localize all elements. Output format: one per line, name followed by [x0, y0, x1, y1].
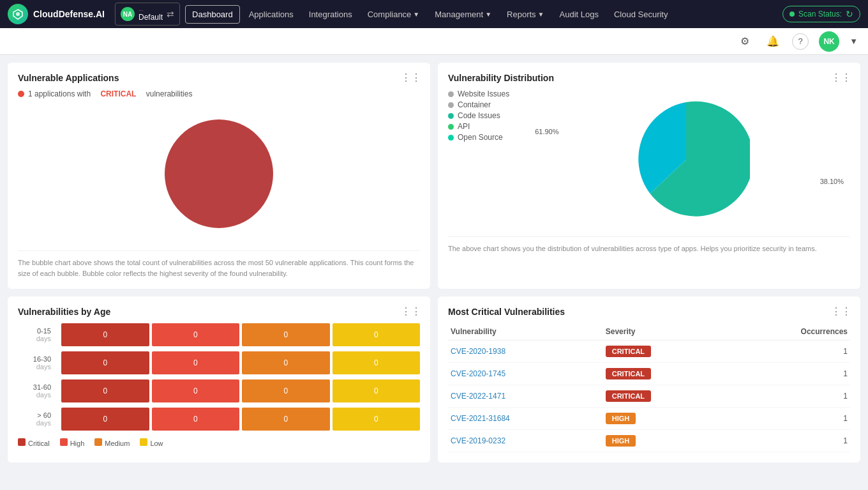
age-bars-16-30: 0 0 0 0: [61, 351, 420, 374]
col-vulnerability: Vulnerability: [448, 323, 603, 341]
legend-dot-api: [448, 124, 454, 130]
age-bar-low-3: 0: [333, 408, 421, 431]
legend-item-opensource: Open Source: [448, 133, 509, 142]
vuln-dist-footnote: The above chart shows you the distributi…: [448, 236, 850, 254]
col-severity: Severity: [603, 323, 725, 341]
severity-badge: CRITICAL: [606, 368, 651, 379]
cve-table: Vulnerability Severity Occurrences CVE-2…: [448, 323, 850, 452]
top-nav: CloudDefense.AI NA ... Default ⇄ Dashboa…: [0, 0, 868, 28]
severity-badge: CRITICAL: [606, 346, 651, 357]
age-label-31-60: 31-60days: [18, 383, 56, 399]
cve-link[interactable]: CVE-2020-1745: [451, 369, 505, 378]
table-row: CVE-2021-31684 HIGH 1: [448, 408, 850, 430]
help-icon[interactable]: ?: [792, 33, 809, 50]
vulnerable-apps-card: Vulnerable Applications ⋮⋮ 1 application…: [8, 63, 430, 289]
age-bar-low-2: 0: [333, 379, 421, 402]
refresh-icon[interactable]: ⇄: [167, 9, 174, 19]
user-dropdown-caret[interactable]: ▼: [849, 36, 858, 46]
nav-applications[interactable]: Applications: [243, 6, 300, 23]
age-legend-bottom: Critical High Medium Low: [18, 438, 420, 447]
occurrences-cell: 1: [725, 430, 850, 452]
vuln-bubble: [165, 119, 273, 228]
most-critical-menu-icon[interactable]: ⋮⋮: [831, 305, 851, 318]
vuln-dist-title: Vulnerability Distribution: [448, 73, 850, 83]
workspace-info: ... Default: [138, 6, 163, 22]
red-dot: [18, 91, 24, 97]
vuln-age-title: Vulnerabilities by Age: [18, 307, 420, 317]
age-bar-high-0: 0: [152, 323, 240, 346]
pie-chart-container: 61.90% 38.10%: [522, 89, 850, 230]
nav-management[interactable]: Management ▼: [428, 6, 498, 23]
nav-integrations[interactable]: Integrations: [303, 6, 359, 23]
nav-right: Scan Status: ↻: [782, 6, 860, 22]
nav-cloud-security[interactable]: Cloud Security: [608, 6, 675, 23]
age-bar-critical-3: 0: [61, 408, 149, 431]
legend-item-api: API: [448, 122, 509, 131]
pie-label-1: 61.90%: [535, 128, 558, 135]
vuln-apps-menu-icon[interactable]: ⋮⋮: [401, 72, 421, 84]
legend-critical: Critical: [18, 438, 50, 447]
legend-item-code: Code Issues: [448, 111, 509, 120]
age-bar-high-1: 0: [152, 351, 240, 374]
vuln-age-menu-icon[interactable]: ⋮⋮: [401, 305, 421, 318]
age-bars-60plus: 0 0 0 0: [61, 408, 420, 431]
cve-link[interactable]: CVE-2021-31684: [451, 414, 510, 423]
workspace-badge[interactable]: NA ... Default ⇄: [115, 3, 180, 25]
user-avatar[interactable]: NK: [819, 31, 839, 52]
logo-icon: [8, 4, 28, 24]
scan-refresh-icon[interactable]: ↻: [846, 9, 853, 19]
reports-caret: ▼: [538, 11, 544, 18]
scan-status[interactable]: Scan Status: ↻: [782, 6, 860, 22]
legend-dot-website: [448, 91, 454, 97]
pie-label-2: 38.10%: [820, 178, 844, 185]
bell-icon[interactable]: 🔔: [764, 33, 782, 50]
most-critical-title: Most Critical Vulnerabilities: [448, 307, 850, 317]
nav-dashboard[interactable]: Dashboard: [185, 5, 240, 24]
nav-reports[interactable]: Reports ▼: [500, 6, 550, 23]
scan-dot: [789, 11, 795, 17]
workspace-avatar: NA: [121, 7, 135, 21]
age-bars-0-15: 0 0 0 0: [61, 323, 420, 346]
nav-compliance[interactable]: Compliance ▼: [361, 6, 426, 23]
workspace-name-line1: ...: [138, 6, 163, 13]
age-bar-high-3: 0: [152, 408, 240, 431]
occurrences-cell: 1: [725, 408, 850, 430]
col-occurrences: Occurrences: [725, 323, 850, 341]
critical-label: CRITICAL: [100, 89, 136, 98]
age-bar-critical-2: 0: [61, 379, 149, 402]
severity-badge: CRITICAL: [606, 390, 651, 402]
vuln-age-card: Vulnerabilities by Age ⋮⋮ 0-15days 0 0 0…: [8, 296, 430, 463]
vuln-distribution-card: Vulnerability Distribution ⋮⋮ Website Is…: [438, 63, 860, 289]
occurrences-cell: 1: [725, 341, 850, 363]
most-critical-card: Most Critical Vulnerabilities ⋮⋮ Vulnera…: [438, 296, 860, 463]
age-bars-31-60: 0 0 0 0: [61, 379, 420, 402]
age-bar-medium-1: 0: [242, 351, 330, 374]
cve-link[interactable]: CVE-2020-1938: [451, 347, 505, 356]
settings-icon[interactable]: ⚙: [736, 33, 754, 50]
critical-badge: 1 applications with CRITICAL vulnerabili…: [18, 89, 420, 98]
age-bar-critical-1: 0: [61, 351, 149, 374]
age-bar-low-1: 0: [333, 351, 421, 374]
table-row: CVE-2019-0232 HIGH 1: [448, 430, 850, 452]
cve-link[interactable]: CVE-2022-1471: [451, 392, 505, 401]
legend-dot-opensource: [448, 135, 454, 141]
legend-low: Low: [140, 438, 163, 447]
cve-link[interactable]: CVE-2019-0232: [451, 436, 505, 445]
occurrences-cell: 1: [725, 385, 850, 408]
main-content: Vulnerable Applications ⋮⋮ 1 application…: [0, 55, 868, 470]
vuln-subtitle: 1 applications with: [28, 89, 91, 98]
vuln-dist-menu-icon[interactable]: ⋮⋮: [831, 72, 851, 84]
vuln-apps-footnote: The bubble chart above shows the total c…: [18, 250, 420, 279]
nav-audit-logs[interactable]: Audit Logs: [553, 6, 605, 23]
age-label-0-15: 0-15days: [18, 327, 56, 342]
secondary-nav: ⚙ 🔔 ? NK ▼: [0, 28, 868, 55]
occurrences-cell: 1: [725, 363, 850, 385]
age-grid: 0-15days 0 0 0 0 16-30days 0 0 0 0 31-60…: [18, 323, 420, 431]
age-bar-low-0: 0: [333, 323, 421, 346]
age-bar-critical-0: 0: [61, 323, 149, 346]
management-caret: ▼: [485, 11, 491, 18]
age-bar-medium-3: 0: [242, 408, 330, 431]
logo-area: CloudDefense.AI: [8, 4, 105, 24]
legend-item-website: Website Issues: [448, 89, 509, 98]
legend-dot-container: [448, 102, 454, 108]
